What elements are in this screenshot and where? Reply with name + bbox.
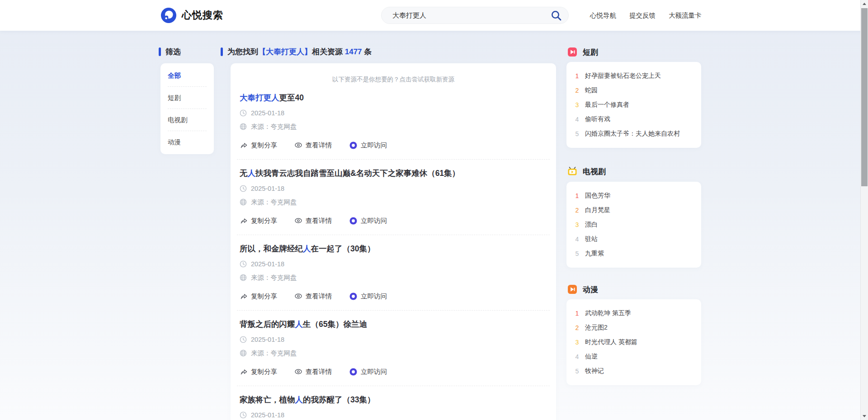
scroll-up-arrow-icon [863, 3, 866, 5]
filter-item[interactable]: 电视剧 [168, 109, 207, 131]
ranking-item[interactable]: 5 牧神记 [566, 364, 701, 378]
result-title[interactable]: 所以，和金牌经纪人在一起了（30集） [240, 243, 547, 255]
result-title[interactable]: 背叛之后的闪耀人生（65集）徐兰迪 [240, 318, 547, 330]
ranking-card-tvdrama: 1 国色芳华 2 白月梵星 3 漂白 4 驻站 5 九重紫 [566, 182, 701, 268]
ranking-item-number: 2 [574, 87, 580, 94]
filter-item[interactable]: 全部 [168, 65, 207, 87]
search-icon [550, 9, 562, 22]
filter-card: 全部 短剧 电视剧 动漫 [160, 63, 214, 154]
copy-share-button[interactable]: 复制分享 [240, 368, 277, 376]
clock-icon [240, 109, 247, 117]
result-title-text: 无 [240, 169, 248, 178]
ranking-item-title: 漂白 [585, 221, 598, 229]
ranking-item-title: 闪婚京圈太子爷：夫人她来自农村 [585, 130, 680, 138]
share-arrow-icon [240, 141, 248, 149]
results-prefix: 为您找到 [227, 47, 258, 56]
copy-share-button[interactable]: 复制分享 [240, 217, 277, 225]
view-detail-label: 查看详情 [306, 217, 332, 225]
view-detail-button[interactable]: 查看详情 [294, 217, 332, 225]
ranking-item[interactable]: 1 好孕甜妻被钻石老公宠上天 [566, 69, 701, 83]
result-item: 无人扶我青云志我自踏雪至山巅&名动天下之家事难休（61集） 2025-01-18… [237, 160, 550, 235]
filter-item-label: 全部 [168, 71, 181, 80]
result-title[interactable]: 家族将亡，植物人的我苏醒了（33集） [240, 394, 547, 406]
ranking-item[interactable]: 4 驻站 [566, 232, 701, 246]
result-title[interactable]: 无人扶我青云志我自踏雪至山巅&名动天下之家事难休（61集） [240, 167, 547, 179]
result-date: 2025-01-18 [251, 411, 284, 419]
view-detail-button[interactable]: 查看详情 [294, 368, 332, 376]
copy-share-label: 复制分享 [251, 368, 277, 376]
nav-link-xinyue-nav[interactable]: 心悦导航 [590, 11, 616, 20]
result-title[interactable]: 大奉打更人更至40 [240, 92, 547, 104]
visit-now-button[interactable]: 立即访问 [349, 368, 387, 376]
result-date-row: 2025-01-18 [240, 334, 547, 345]
eye-icon [294, 368, 302, 376]
visit-now-button[interactable]: 立即访问 [349, 292, 387, 301]
result-date: 2025-01-18 [251, 109, 284, 117]
ranking-item[interactable]: 5 闪婚京圈太子爷：夫人她来自农村 [566, 127, 701, 141]
result-title-text: 生（65集）徐兰迪 [303, 320, 367, 329]
brand[interactable]: 心悦搜索 [160, 7, 223, 24]
clock-icon [240, 336, 247, 343]
ranking-item[interactable]: 4 仙逆 [566, 349, 701, 364]
ranking-item-title: 沧元图2 [585, 324, 608, 332]
ranking-item[interactable]: 1 武动乾坤 第五季 [566, 306, 701, 321]
result-date-row: 2025-01-18 [240, 258, 547, 270]
search-button[interactable] [550, 9, 562, 22]
copy-share-button[interactable]: 复制分享 [240, 292, 277, 301]
scrollbar-up-button[interactable] [861, 0, 868, 8]
ranking-item[interactable]: 3 漂白 [566, 217, 701, 232]
ranking-item[interactable]: 5 九重紫 [566, 246, 701, 261]
result-actions: 复制分享 查看详情 立即访问 [240, 366, 547, 378]
ranking-section-header-tvdrama: 电视剧 [567, 165, 606, 177]
page: 心悦搜索 心悦导航 提交反馈 大额流量卡 筛选 全部 短剧 电视剧 动漫 [0, 0, 868, 420]
view-detail-button[interactable]: 查看详情 [294, 292, 332, 301]
ranking-item[interactable]: 2 白月梵星 [566, 203, 701, 217]
brand-name: 心悦搜索 [182, 9, 223, 22]
scrollbar-down-button[interactable] [861, 412, 868, 420]
globe-icon [240, 274, 247, 281]
copy-share-button[interactable]: 复制分享 [240, 141, 277, 150]
ranking-item-number: 1 [574, 192, 580, 199]
ranking-item-title: 最后一个修真者 [585, 101, 629, 109]
ranking-item[interactable]: 4 偷听有戏 [566, 112, 701, 127]
search-bar[interactable] [381, 7, 569, 24]
search-input[interactable] [392, 11, 550, 20]
ranking-item[interactable]: 2 蛇园 [566, 83, 701, 98]
result-title-highlight: 人 [248, 169, 256, 178]
ranking-item[interactable]: 2 沧元图2 [566, 321, 701, 335]
view-detail-label: 查看详情 [306, 141, 332, 150]
play-badge-orange-icon [567, 284, 577, 294]
scrollbar[interactable] [860, 0, 868, 420]
result-title-text: 扶我青云志我自踏雪至山巅&名动天下之家事难休（61集） [255, 169, 460, 178]
filter-item[interactable]: 短剧 [168, 87, 207, 109]
refresh-notice[interactable]: 以下资源不是你想要的？点击尝试获取新资源 [237, 75, 550, 84]
filter-item[interactable]: 动漫 [168, 131, 207, 153]
nav-link-feedback[interactable]: 提交反馈 [629, 11, 656, 20]
view-detail-label: 查看详情 [306, 368, 332, 376]
result-date-row: 2025-01-18 [240, 409, 547, 420]
eye-icon [294, 141, 302, 149]
share-arrow-icon [240, 217, 248, 225]
results-middle: 相关资源 [312, 47, 345, 56]
ranking-item[interactable]: 3 最后一个修真者 [566, 98, 701, 112]
view-detail-button[interactable]: 查看详情 [294, 141, 332, 150]
eye-icon [294, 292, 302, 300]
tv-icon [567, 166, 577, 176]
visit-now-button[interactable]: 立即访问 [349, 141, 387, 150]
ranking-item-title: 蛇园 [585, 86, 598, 94]
results-count: 1477 [345, 47, 362, 56]
ranking-item-number: 4 [574, 236, 580, 243]
results-list: 大奉打更人更至40 2025-01-18 来源：夸克网盘 [237, 84, 550, 420]
play-badge-pink-icon [567, 47, 577, 57]
clock-icon [240, 185, 247, 192]
nav-link-data-card[interactable]: 大额流量卡 [669, 11, 702, 20]
result-date: 2025-01-18 [251, 185, 284, 192]
ranking-section-header-anime: 动漫 [567, 283, 598, 295]
ranking-item[interactable]: 1 国色芳华 [566, 189, 701, 203]
ranking-item[interactable]: 3 时光代理人 英都篇 [566, 335, 701, 349]
scrollbar-thumb[interactable] [861, 8, 868, 186]
result-date: 2025-01-18 [251, 260, 284, 268]
result-title-text: 家族将亡，植物 [240, 395, 295, 404]
filter-section-header: 筛选 [159, 46, 181, 57]
visit-now-button[interactable]: 立即访问 [349, 217, 387, 225]
